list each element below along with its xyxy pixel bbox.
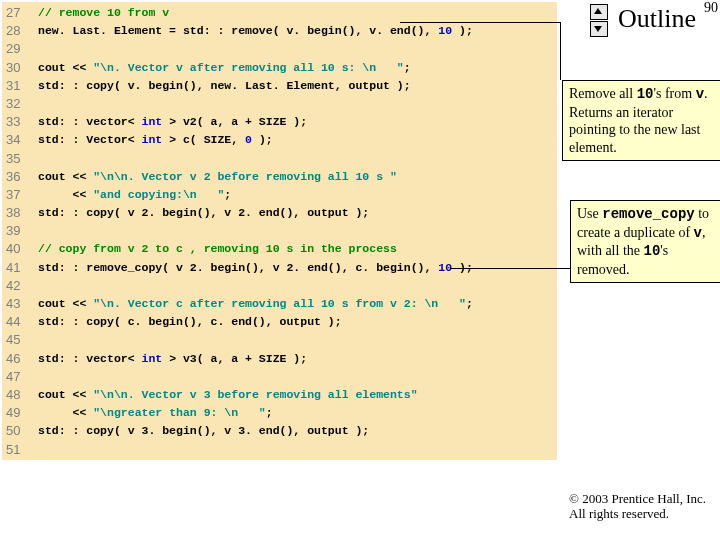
code-line: std: : copy( v 2. begin(), v 2. end(), o…: [38, 204, 473, 222]
line-number: 27: [6, 4, 38, 22]
outline-down-button[interactable]: [590, 21, 608, 37]
code-line: cout << "\n\n. Vector v 3 before removin…: [38, 386, 473, 404]
line-number: 48: [6, 386, 38, 404]
line-number: 37: [6, 186, 38, 204]
code-line: [38, 441, 473, 459]
code-line: std: : vector< int > v3( a, a + SIZE );: [38, 350, 473, 368]
line-number: 40: [6, 240, 38, 258]
code-line: [38, 277, 473, 295]
line-number: 35: [6, 150, 38, 168]
code-line: [38, 368, 473, 386]
code-line: std: : copy( v 3. begin(), v 3. end(), o…: [38, 422, 473, 440]
line-number: 44: [6, 313, 38, 331]
code-line: // copy from v 2 to c , removing 10 s in…: [38, 240, 473, 258]
leader-line: [400, 22, 560, 23]
line-number: 30: [6, 59, 38, 77]
line-number: 39: [6, 222, 38, 240]
code-line: [38, 331, 473, 349]
line-number: 38: [6, 204, 38, 222]
code-line: // remove 10 from v: [38, 4, 473, 22]
code-line: [38, 40, 473, 58]
line-number: 47: [6, 368, 38, 386]
code-line: std: : remove_copy( v 2. begin(), v 2. e…: [38, 259, 473, 277]
line-number: 28: [6, 22, 38, 40]
callout-remove: Remove all 10's from v. Returns an itera…: [562, 80, 720, 161]
code-line: cout << "\n. Vector v after removing all…: [38, 59, 473, 77]
footer-line: All rights reserved.: [569, 506, 706, 522]
code-line: << "\ngreater than 9: \n ";: [38, 404, 473, 422]
leader-line: [560, 22, 561, 80]
outline-header: Outline: [578, 4, 708, 38]
footer-line: © 2003 Prentice Hall, Inc.: [569, 491, 706, 507]
line-number: 45: [6, 331, 38, 349]
line-number: 46: [6, 350, 38, 368]
line-numbers: 2728293031323334353637383940414243444546…: [2, 2, 38, 460]
code-line: [38, 222, 473, 240]
code-line: [38, 150, 473, 168]
line-number: 43: [6, 295, 38, 313]
code-line: std: : copy( v. begin(), new. Last. Elem…: [38, 77, 473, 95]
line-number: 41: [6, 259, 38, 277]
code-line: << "and copying:\n ";: [38, 186, 473, 204]
code-line: cout << "\n. Vector c after removing all…: [38, 295, 473, 313]
outline-up-button[interactable]: [590, 4, 608, 20]
line-number: 32: [6, 95, 38, 113]
code-line: std: : copy( c. begin(), c. end(), outpu…: [38, 313, 473, 331]
slide: 2728293031323334353637383940414243444546…: [0, 0, 720, 540]
line-number: 34: [6, 131, 38, 149]
code-line: [38, 95, 473, 113]
line-number: 51: [6, 441, 38, 459]
callout-remove-copy: Use remove_copy to create a duplicate of…: [570, 200, 720, 283]
line-number: 33: [6, 113, 38, 131]
code-line: std: : Vector< int > c( SIZE, 0 );: [38, 131, 473, 149]
line-number: 36: [6, 168, 38, 186]
code-line: new. Last. Element = std: : remove( v. b…: [38, 22, 473, 40]
code-block: 2728293031323334353637383940414243444546…: [2, 2, 557, 460]
line-number: 42: [6, 277, 38, 295]
code-line: cout << "\n\n. Vector v 2 before removin…: [38, 168, 473, 186]
line-number: 50: [6, 422, 38, 440]
code-lines: // remove 10 from vnew. Last. Element = …: [38, 2, 473, 460]
line-number: 29: [6, 40, 38, 58]
outline-label: Outline: [618, 4, 696, 34]
line-number: 49: [6, 404, 38, 422]
copyright-footer: © 2003 Prentice Hall, Inc. All rights re…: [569, 491, 706, 522]
leader-line: [450, 268, 588, 269]
code-line: std: : vector< int > v2( a, a + SIZE );: [38, 113, 473, 131]
line-number: 31: [6, 77, 38, 95]
